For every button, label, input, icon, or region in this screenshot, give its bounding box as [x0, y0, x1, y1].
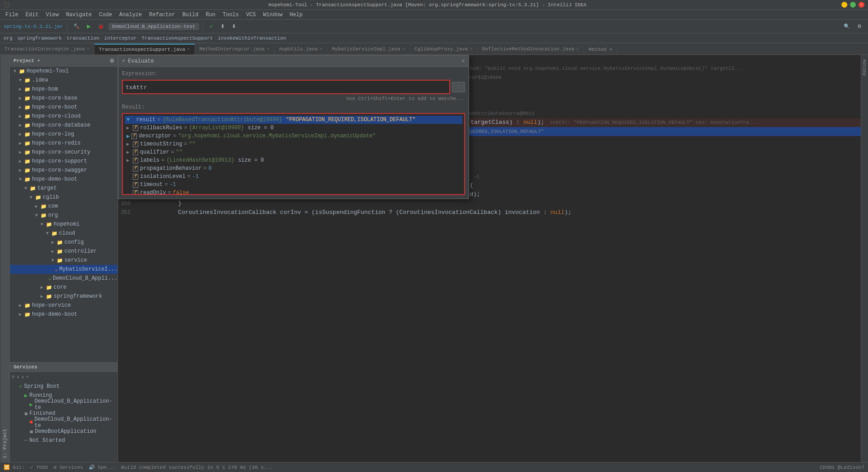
tree-item-config[interactable]: ▶ 📁 config: [10, 238, 118, 247]
toolbar-build-btn[interactable]: 🔨: [71, 23, 82, 30]
tree-item-core[interactable]: ▶ 📁 core: [10, 283, 118, 292]
toolbar-search-everywhere-btn[interactable]: 🔍: [841, 23, 853, 30]
menu-analyze[interactable]: Analyze: [116, 11, 145, 19]
services-tab-btn[interactable]: ⚙ Services: [54, 464, 83, 470]
todo-tab-btn[interactable]: ✓ TODO: [30, 464, 48, 470]
project-gear-icon[interactable]: ⚙: [110, 57, 114, 64]
toolbar-git-pull-btn[interactable]: ⬇: [229, 23, 239, 30]
breadcrumb-springframework[interactable]: springframework: [17, 36, 62, 41]
eval-input-field[interactable]: txAttr: [122, 80, 450, 94]
result-row-timeoutstring[interactable]: ▶ f timeoutString = "": [125, 140, 462, 148]
toolbar-git-push-btn[interactable]: ⬆: [218, 23, 227, 30]
tree-item-hope-security[interactable]: ▶ 📁 hope-core-security: [10, 148, 118, 157]
tab-mybatis-service[interactable]: MybatisServiceImpl.java ×: [327, 44, 410, 54]
menu-file[interactable]: File: [2, 11, 22, 19]
run-config-selector[interactable]: DemoCloud_B_Application-test: [108, 23, 199, 30]
menu-build[interactable]: Build: [179, 11, 202, 19]
menu-run[interactable]: Run: [202, 11, 219, 19]
toolbar-run-btn[interactable]: ▶: [84, 23, 93, 30]
result-row-rollbackrules[interactable]: ▶ f rollbackRules = {ArrayList@19909} si…: [125, 124, 462, 132]
tab-transaction-aspect-support[interactable]: TransactionAspectSupport.java ×: [95, 44, 195, 54]
breadcrumb-transaction[interactable]: transaction: [67, 36, 99, 41]
maximize-button[interactable]: □: [850, 2, 856, 8]
services-tool-btn3[interactable]: ⬆: [21, 374, 24, 380]
tree-item-hope-support[interactable]: ▶ 📁 hope-core-support: [10, 157, 118, 166]
tab-transaction-interceptor[interactable]: TransactionInterceptor.java ×: [0, 44, 95, 54]
menu-navigate[interactable]: Navigate: [62, 11, 95, 19]
service-democlooud-finished[interactable]: ■ DemoCloud_B_Application-te: [10, 418, 118, 427]
tab-close-icon[interactable]: ×: [86, 46, 90, 52]
tab-close-icon[interactable]: ×: [470, 46, 473, 52]
services-tool-btn1[interactable]: ≡: [12, 374, 15, 380]
eval-close-button[interactable]: ×: [461, 58, 465, 65]
menu-window[interactable]: Window: [259, 11, 286, 19]
tree-item-hope-redis[interactable]: ▶ 📁 hope-core-redis: [10, 139, 118, 148]
service-spring-boot-group[interactable]: ⚡ Spring Boot: [10, 382, 118, 391]
tree-item-org[interactable]: ▼ 📁 org: [10, 211, 118, 220]
result-row-propagation[interactable]: f propagationBehavior = 0: [125, 164, 462, 172]
services-tool-btn4[interactable]: +: [26, 374, 29, 380]
breadcrumb-class[interactable]: TransactionAspectSupport: [142, 36, 213, 41]
result-row-timeout[interactable]: f timeout = -1: [125, 181, 462, 189]
tab-method-more[interactable]: Method ▾: [584, 44, 617, 54]
tree-item-target[interactable]: ▼ 📁 target: [10, 184, 118, 193]
breadcrumb-org[interactable]: org: [4, 36, 13, 41]
speaker-tab-btn[interactable]: 🔊 Spe...: [89, 464, 116, 470]
tree-item-hope-base[interactable]: ▶ 📁 hope-core-base: [10, 94, 118, 103]
result-row-qualifier[interactable]: ▶ f qualifier = "": [125, 148, 462, 156]
result-expand-icon[interactable]: ▼: [127, 117, 130, 123]
breadcrumb-interceptor[interactable]: interceptor: [104, 36, 137, 41]
result-row-readonly[interactable]: f readOnly = false: [125, 189, 462, 195]
tree-item-com[interactable]: ▶ 📁 com: [10, 202, 118, 211]
tree-item-controller[interactable]: ▶ 📁 controller: [10, 247, 118, 256]
toolbar-settings-btn[interactable]: ⚙: [854, 23, 864, 30]
menu-view[interactable]: View: [42, 11, 63, 19]
service-democlooud-running[interactable]: ▶ DemoCloud_B_Application-te: [10, 400, 118, 409]
menu-help[interactable]: Help: [286, 11, 306, 19]
breadcrumb-method[interactable]: invokeWithinTransaction: [218, 36, 286, 41]
result-expand-icon[interactable]: ▶: [127, 133, 130, 140]
tab-reflective-method[interactable]: ReflectiveMethodInvocation.java ×: [478, 44, 584, 54]
services-tool-btn2[interactable]: ⬇: [17, 374, 20, 380]
ra-view-icon[interactable]: RaView: [861, 57, 868, 78]
menu-refactor[interactable]: Refactor: [145, 11, 179, 19]
tab-close-icon[interactable]: ×: [576, 46, 579, 52]
vtab-project[interactable]: 1: Project: [0, 55, 9, 462]
eval-result-area[interactable]: ▼ result = {RuleBasedTransactionAttribut…: [122, 113, 465, 195]
tree-item-root[interactable]: ▼ 📁 Hopehomi-Tool: [10, 67, 118, 76]
tab-aop-utils[interactable]: AopUtils.java ×: [275, 44, 327, 54]
tab-close-icon[interactable]: ×: [187, 47, 190, 52]
vtab-structure[interactable]: 2: Structure: [0, 55, 0, 462]
tab-close-icon[interactable]: ×: [320, 46, 323, 52]
git-tab-btn[interactable]: 🔀 Git:: [4, 464, 25, 470]
eval-expand-button[interactable]: ⋮: [452, 82, 465, 92]
menu-edit[interactable]: Edit: [22, 11, 42, 19]
menu-vcs[interactable]: VCS: [243, 11, 260, 19]
tree-item-hope-demo-boot2[interactable]: ▶ 📁 hope-demo-boot: [10, 310, 118, 319]
tree-item-springframework[interactable]: ▶ 📁 springframework: [10, 292, 118, 301]
result-row-result[interactable]: ▼ result = {RuleBasedTransactionAttribut…: [125, 116, 462, 124]
toolbar-git-btn[interactable]: ✓: [207, 23, 216, 30]
result-row-descriptor[interactable]: ▶ f descriptor = "org.hopehomi.cloud.ser…: [125, 132, 462, 140]
tree-item-hope-service[interactable]: ▶ 📁 hope-service: [10, 301, 118, 310]
minimize-button[interactable]: −: [841, 2, 847, 8]
service-not-started-group[interactable]: — Not Started: [10, 436, 118, 445]
tree-item-hopehomi[interactable]: ▼ 📁 hopehomi: [10, 220, 118, 229]
tree-item-idea[interactable]: ▼ 📁 .idea: [10, 76, 118, 85]
tab-close-icon[interactable]: ×: [402, 46, 405, 52]
evaluate-window[interactable]: ⚡ Evaluate × Expression: txAttr ⋮ Use Ct…: [118, 55, 469, 199]
menu-code[interactable]: Code: [95, 11, 116, 19]
close-button[interactable]: ×: [859, 2, 864, 8]
tree-item-democlooud-app[interactable]: ☕ DemoCloud_B_Appli...: [10, 274, 118, 283]
tree-item-hope-demo-boot[interactable]: ▼ 📁 hope-demo-boot: [10, 175, 118, 184]
tree-item-cglib[interactable]: ▼ 📁 cglib: [10, 193, 118, 202]
tree-item-mybatis-service[interactable]: ☕ MybatisServiceI...: [10, 265, 118, 274]
menu-tools[interactable]: Tools: [219, 11, 243, 19]
tab-method-interceptor[interactable]: MethodInterceptor.java ×: [195, 44, 275, 54]
result-row-labels[interactable]: ▶ f labels = {LinkedHashSet@19913} size …: [125, 156, 462, 164]
tree-item-hope-swagger[interactable]: ▶ 📁 hope-core-swagger: [10, 166, 118, 175]
tab-close-icon[interactable]: ×: [267, 46, 270, 52]
tree-item-cloud[interactable]: ▼ 📁 cloud: [10, 229, 118, 238]
tree-item-hope-bom[interactable]: ▶ 📁 hope-bom: [10, 85, 118, 94]
tree-item-service[interactable]: ▼ 📁 service: [10, 256, 118, 265]
